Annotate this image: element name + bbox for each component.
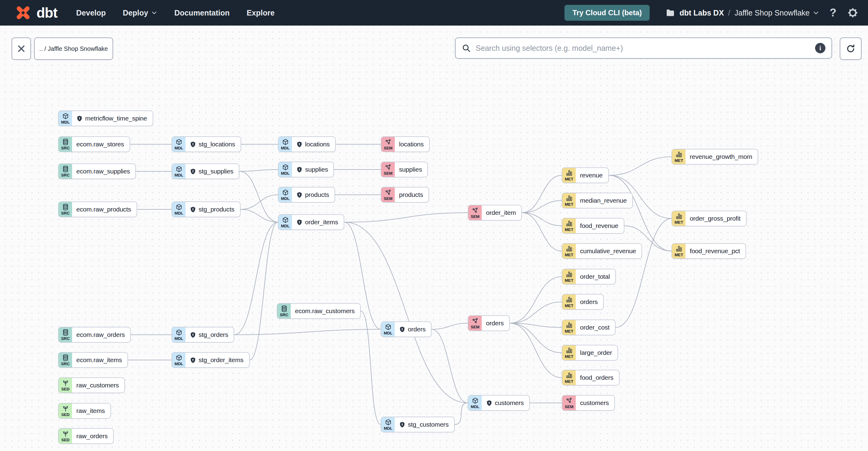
lineage-node-mdl_stg_locations[interactable]: MDLstg_locations — [172, 136, 241, 152]
lineage-node-src_raw_customers[interactable]: SRCecom.raw_customers — [277, 303, 361, 319]
lineage-breadcrumb[interactable]: .. / Jaffle Shop Snowflake — [34, 37, 113, 60]
node-type-label: MDL — [281, 146, 290, 150]
lineage-node-mdl_metricflow_time_spine[interactable]: MDLmetricflow_time_spine — [58, 111, 153, 126]
lineage-node-mdl_orders[interactable]: MDLorders — [381, 321, 432, 337]
account-name[interactable]: dbt Labs DX — [679, 8, 724, 17]
node-body: ecom.raw_customers — [291, 304, 360, 318]
lineage-node-mdl_stg_products[interactable]: MDLstg_products — [172, 202, 241, 217]
lineage-node-mdl_locations[interactable]: MDLlocations — [278, 136, 336, 152]
nav-item-label: Explore — [247, 8, 275, 17]
metric-bars-icon — [676, 245, 682, 252]
lineage-node-mdl_order_items[interactable]: MDLorder_items — [278, 214, 344, 230]
database-icon — [62, 166, 69, 173]
lineage-node-src_raw_items[interactable]: SRCecom.raw_items — [58, 352, 128, 368]
node-type-label: MDL — [281, 224, 290, 228]
lineage-node-met_orders[interactable]: METorders — [562, 294, 604, 310]
node-label: ecom.raw_orders — [76, 331, 125, 338]
lineage-node-met_food_revenue[interactable]: METfood_revenue — [562, 218, 624, 234]
lineage-node-sem_orders[interactable]: SEMorders — [468, 315, 510, 331]
node-type-label: MET — [565, 354, 573, 359]
lineage-node-sem_supplies[interactable]: SEMsupplies — [381, 161, 428, 177]
edge-sem_order_item-to-met_median_revenue — [522, 201, 562, 213]
refresh-button[interactable] — [840, 37, 862, 60]
metric-bars-icon — [566, 372, 573, 379]
question-mark-icon: ? — [830, 6, 836, 19]
node-type-chip: MDL — [172, 137, 186, 152]
info-icon[interactable]: i — [815, 43, 826, 53]
help-button[interactable]: ? — [830, 6, 836, 19]
cube-icon — [282, 216, 289, 223]
lineage-node-met_median_revenue[interactable]: METmedian_revenue — [562, 192, 633, 208]
lineage-node-met_revenue[interactable]: METrevenue — [562, 168, 609, 183]
lineage-node-met_food_orders[interactable]: METfood_orders — [562, 370, 620, 386]
nav-item-explore[interactable]: Explore — [247, 8, 275, 17]
semantic-graph-icon — [385, 189, 392, 196]
node-label: food_orders — [580, 374, 614, 381]
shield-icon — [296, 192, 303, 198]
node-type-label: MET — [565, 252, 573, 257]
lineage-node-met_order_cost[interactable]: METorder_cost — [562, 320, 616, 335]
lineage-node-src_raw_orders[interactable]: SRCecom.raw_orders — [58, 327, 131, 343]
lineage-node-sed_raw_orders[interactable]: SEDraw_orders — [58, 428, 114, 444]
lineage-node-src_raw_stores[interactable]: SRCecom.raw_stores — [58, 136, 130, 152]
seedling-icon — [62, 405, 69, 412]
search-input[interactable] — [475, 43, 811, 53]
node-type-label: SEM — [565, 404, 574, 409]
lineage-node-sed_raw_customers[interactable]: SEDraw_customers — [58, 378, 125, 393]
shield-icon — [399, 326, 405, 333]
project-breadcrumb: dbt Labs DX / Jaffle Shop Snowflake — [665, 8, 819, 18]
breadcrumb-separator: / — [728, 8, 730, 17]
lineage-node-mdl_stg_supplies[interactable]: MDLstg_supplies — [172, 163, 239, 179]
nav-item-deploy[interactable]: Deploy — [123, 8, 157, 17]
node-type-label: MDL — [175, 336, 183, 341]
try-cloud-cli-button[interactable]: Try Cloud CLI (beta) — [564, 5, 650, 21]
shield-icon — [190, 141, 196, 148]
node-body: supplies — [395, 162, 427, 177]
nav-item-develop[interactable]: Develop — [76, 8, 106, 17]
node-label: products — [399, 191, 423, 199]
lineage-node-mdl_stg_order_items[interactable]: MDLstg_order_items — [172, 352, 250, 368]
chevron-down-icon — [151, 10, 157, 16]
project-selector[interactable]: Jaffle Shop Snowflake — [735, 8, 819, 17]
lineage-canvas[interactable]: MDLmetricflow_time_spineSRCecom.raw_stor… — [0, 0, 868, 451]
lineage-node-met_large_order[interactable]: METlarge_order — [562, 345, 618, 361]
node-type-chip: MET — [562, 269, 576, 284]
dbt-logo[interactable]: dbt — [13, 3, 58, 23]
nav-item-documentation[interactable]: Documentation — [174, 8, 229, 17]
lineage-node-sem_order_item[interactable]: SEMorder_item — [468, 205, 522, 221]
lineage-node-mdl_stg_customers[interactable]: MDLstg_customers — [381, 417, 455, 432]
lineage-node-sem_customers[interactable]: SEMcustomers — [562, 395, 615, 411]
lineage-node-met_revenue_growth_mom[interactable]: METrevenue_growth_mom — [672, 149, 758, 164]
lineage-node-met_cumulative_revenue[interactable]: METcumulative_revenue — [562, 243, 642, 259]
node-type-chip: MDL — [172, 353, 186, 367]
node-type-chip: SED — [59, 378, 72, 393]
node-label: large_order — [580, 349, 612, 356]
lineage-node-src_raw_supplies[interactable]: SRCecom.raw_supplies — [58, 163, 136, 179]
lineage-node-mdl_supplies[interactable]: MDLsupplies — [278, 161, 334, 177]
node-type-label: MET — [565, 202, 573, 207]
settings-button[interactable] — [847, 7, 859, 19]
node-body: raw_items — [72, 403, 111, 418]
lineage-node-met_order_total[interactable]: METorder_total — [562, 269, 616, 284]
node-label: ecom.raw_supplies — [76, 168, 130, 175]
lineage-node-sed_raw_items[interactable]: SEDraw_items — [58, 403, 111, 419]
lineage-node-mdl_products[interactable]: MDLproducts — [278, 187, 335, 203]
lineage-node-src_raw_products[interactable]: SRCecom.raw_products — [58, 202, 137, 217]
node-body: order_item — [482, 205, 521, 220]
node-body: ecom.raw_stores — [72, 137, 130, 152]
lineage-node-mdl_stg_orders[interactable]: MDLstg_orders — [172, 327, 234, 343]
edge-met_revenue-to-met_food_revenue_pct — [609, 175, 672, 251]
node-body: ecom.raw_orders — [72, 327, 130, 342]
node-type-label: SED — [61, 387, 69, 391]
lineage-node-met_food_revenue_pct[interactable]: METfood_revenue_pct — [672, 243, 746, 259]
node-type-label: MET — [565, 379, 573, 384]
lineage-node-mdl_customers[interactable]: MDLcustomers — [468, 395, 530, 411]
node-label: stg_products — [198, 206, 235, 213]
project-name: Jaffle Shop Snowflake — [735, 8, 810, 17]
shield-icon — [190, 357, 196, 363]
node-label: raw_customers — [76, 382, 119, 389]
lineage-node-met_order_gross_profit[interactable]: METorder_gross_profit — [672, 211, 747, 227]
lineage-node-sem_locations[interactable]: SEMlocations — [381, 136, 430, 152]
lineage-node-sem_products[interactable]: SEMproducts — [381, 187, 429, 203]
close-lineage-button[interactable] — [11, 37, 31, 60]
